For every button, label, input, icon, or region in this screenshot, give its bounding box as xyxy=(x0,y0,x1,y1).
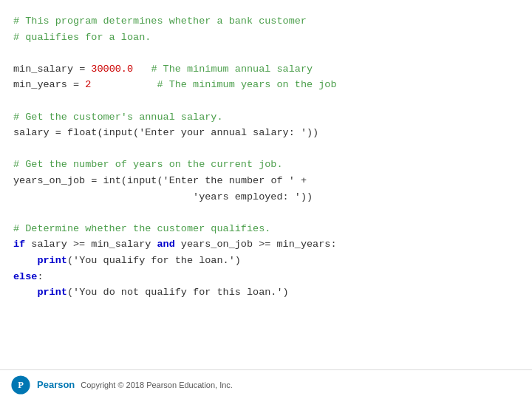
code-line-16: print('You qualify for the loan.') xyxy=(13,253,519,269)
page-container: # This program determines whether a bank… xyxy=(0,0,532,399)
code-line-2: # qualifies for a loan. xyxy=(13,30,519,46)
code-line-10: # Get the number of years on the current… xyxy=(13,157,519,173)
pearson-brand-label: Pearson xyxy=(37,379,75,390)
footer: P Pearson Copyright © 2018 Pearson Educa… xyxy=(0,369,532,399)
code-line-8: salary = float(input('Enter your annual … xyxy=(13,125,519,141)
code-area: # This program determines whether a bank… xyxy=(0,0,532,369)
code-line-15: if salary >= min_salary and years_on_job… xyxy=(13,236,519,253)
code-line-13 xyxy=(13,205,519,221)
code-line-12: 'years employed: ')) xyxy=(13,189,519,205)
code-line-14: # Determine whether the customer qualifi… xyxy=(13,221,519,237)
code-line-4: min_salary = 30000.0 # The minimum annua… xyxy=(13,61,519,78)
pearson-logo-icon: P xyxy=(10,375,31,395)
code-line-5: min_years = 2 # The minimum years on the… xyxy=(13,77,519,93)
copyright-text: Copyright © 2018 Pearson Education, Inc. xyxy=(81,381,233,389)
code-line-11: years_on_job = int(input('Enter the numb… xyxy=(13,173,519,189)
code-line-7: # Get the customer's annual salary. xyxy=(13,109,519,126)
code-line-9 xyxy=(13,141,519,157)
code-line-3 xyxy=(13,45,519,61)
code-line-1: # This program determines whether a bank… xyxy=(13,13,519,30)
code-line-6 xyxy=(13,93,519,109)
code-line-17: else: xyxy=(13,269,519,285)
code-line-18: print('You do not qualify for this loan.… xyxy=(13,284,519,301)
svg-text:P: P xyxy=(18,380,24,390)
